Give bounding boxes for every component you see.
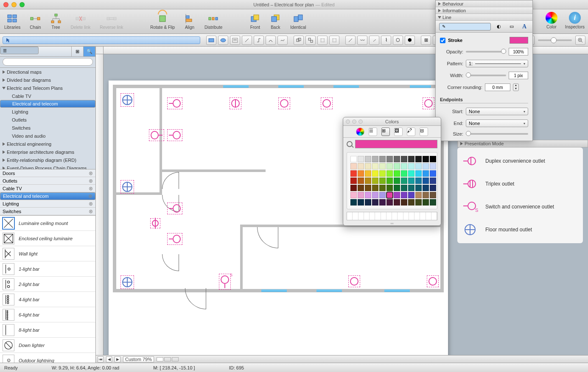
color-swatches-tab[interactable]: ⊟ <box>420 128 428 136</box>
color-cell[interactable] <box>350 185 357 191</box>
close-icon[interactable]: ⊗ <box>89 186 93 192</box>
zoom-in[interactable] <box>575 36 585 45</box>
symbol-switch-outlet[interactable]: S <box>219 274 231 290</box>
connector-tool[interactable] <box>254 36 264 45</box>
color-cell[interactable] <box>365 170 371 177</box>
color-cell[interactable] <box>365 192 371 198</box>
color-cell[interactable] <box>401 163 407 169</box>
zoom-button[interactable] <box>20 2 25 7</box>
delete-link-button[interactable]: Delete link <box>71 13 91 30</box>
minimize-button[interactable] <box>11 2 17 7</box>
page-next[interactable]: ▶ <box>115 356 120 362</box>
corner-stepper[interactable]: ▲▼ <box>513 83 519 91</box>
extra-tool-2[interactable]: ⬚ <box>329 36 339 45</box>
color-cell[interactable] <box>372 156 378 162</box>
shape-item[interactable]: 1-light bar <box>0 261 95 277</box>
open-stencil-row[interactable]: Doors⊗ <box>0 169 95 177</box>
tree-item[interactable]: Entity-relationship diagram (ERD) <box>0 156 95 164</box>
page-prev[interactable]: ◀ <box>106 356 112 362</box>
color-cell[interactable] <box>423 185 429 191</box>
zoom-select[interactable]: Custom 79% <box>123 356 154 362</box>
color-cell[interactable] <box>358 178 364 184</box>
color-cell[interactable] <box>365 156 371 162</box>
tree-item[interactable]: Directional maps <box>0 68 95 76</box>
pattern-select[interactable]: 1:▾ <box>466 60 528 67</box>
color-cell[interactable] <box>423 199 429 205</box>
color-cell[interactable] <box>358 156 364 162</box>
symbol-outlet[interactable] <box>149 129 164 141</box>
color-cell[interactable] <box>408 170 414 177</box>
open-stencil-row[interactable]: Lighting⊗ <box>0 200 95 208</box>
stroke-checkbox[interactable] <box>440 38 445 43</box>
zoom-slider[interactable] <box>538 39 572 41</box>
color-cell[interactable] <box>401 156 407 162</box>
end-select[interactable]: None▾ <box>466 119 528 127</box>
close-icon[interactable] <box>346 119 350 124</box>
draw-tool-1[interactable] <box>345 36 356 45</box>
color-cell[interactable] <box>394 170 400 177</box>
color-cell[interactable] <box>401 192 407 198</box>
color-cell[interactable] <box>430 199 436 205</box>
inspector-section-information[interactable]: Information <box>436 7 532 14</box>
minimize-icon[interactable] <box>352 119 356 124</box>
shape-item[interactable]: Wall light <box>0 246 95 261</box>
color-cell[interactable] <box>394 192 400 198</box>
color-cell[interactable] <box>408 163 414 169</box>
shape-item[interactable]: 4-light bar <box>0 292 95 307</box>
symbol-floor-outlet[interactable] <box>120 180 134 194</box>
extra-tool-1[interactable]: ⬚ <box>317 36 328 45</box>
tree-child[interactable]: Switches <box>0 124 95 132</box>
symbol-triplex-outlet[interactable] <box>278 97 290 109</box>
sidebar-search-input[interactable] <box>3 58 93 66</box>
color-button[interactable]: Color <box>546 12 557 29</box>
color-cell[interactable] <box>386 185 393 191</box>
corner-input[interactable] <box>485 83 510 91</box>
zoom-icon[interactable] <box>358 119 363 124</box>
color-cell[interactable] <box>365 163 371 169</box>
inspector-tab-fill[interactable]: ▭ <box>507 22 516 31</box>
color-sliders-tab[interactable]: ☰ <box>369 128 377 136</box>
reverse-link-button[interactable]: Reverse link <box>100 13 123 30</box>
color-cell[interactable] <box>372 199 378 205</box>
color-cell[interactable] <box>372 170 378 177</box>
shape-item[interactable]: Enclosed ceiling luminaire <box>0 231 95 246</box>
symbol-triplex-outlet[interactable] <box>321 97 333 109</box>
color-cell[interactable] <box>358 185 364 191</box>
color-cell[interactable] <box>372 178 378 184</box>
color-cell[interactable] <box>365 199 371 205</box>
color-cell[interactable] <box>379 163 386 169</box>
recent-colors[interactable] <box>347 212 437 220</box>
color-cell[interactable] <box>350 163 357 169</box>
color-cell[interactable] <box>394 185 400 191</box>
color-cell[interactable] <box>401 170 407 177</box>
resize-handle[interactable]: ═ <box>343 221 441 225</box>
color-cell[interactable] <box>394 199 400 205</box>
color-cell[interactable] <box>394 156 400 162</box>
color-image-tab[interactable]: 🖼 <box>394 128 403 136</box>
color-cell[interactable] <box>358 192 364 198</box>
open-stencil-row[interactable]: Switches⊗ <box>0 208 95 215</box>
shape-item[interactable]: 2-light bar <box>0 277 95 292</box>
color-cell[interactable] <box>430 170 436 177</box>
color-cell[interactable] <box>415 199 422 205</box>
tree-child[interactable]: Video and audio <box>0 132 95 140</box>
color-cell[interactable] <box>358 199 364 205</box>
symbol-triplex-outlet[interactable] <box>427 275 439 287</box>
color-cell[interactable] <box>401 178 407 184</box>
close-icon[interactable]: ⊗ <box>89 201 93 207</box>
color-cell[interactable] <box>415 185 422 191</box>
color-cell[interactable] <box>394 178 400 184</box>
tree-child[interactable]: Outlets <box>0 116 95 124</box>
spline-tool[interactable] <box>277 36 288 45</box>
line-tool[interactable] <box>242 36 252 45</box>
color-cell[interactable] <box>401 199 407 205</box>
color-cell[interactable] <box>423 156 429 162</box>
color-cell[interactable] <box>408 199 414 205</box>
sidebar-tab-grid[interactable]: ⊞ <box>72 47 84 56</box>
color-cell[interactable] <box>358 170 364 177</box>
tree-child[interactable]: Lighting <box>0 108 95 116</box>
rotate-flip-button[interactable]: Rotate & Flip <box>150 13 175 30</box>
back-button[interactable]: Back <box>270 13 281 30</box>
color-cell[interactable] <box>386 192 393 198</box>
color-cell[interactable] <box>350 170 357 177</box>
